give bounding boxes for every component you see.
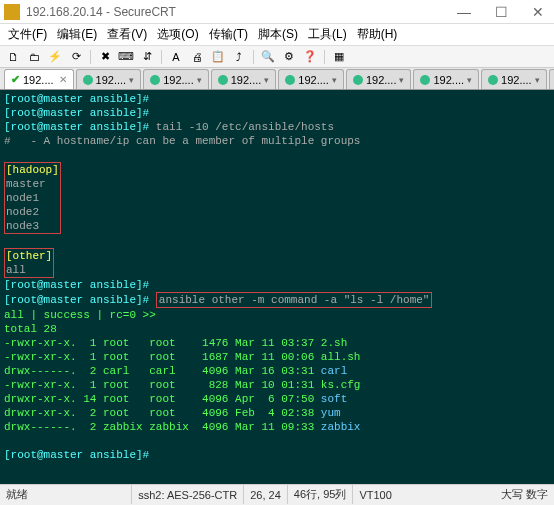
- session-tab-8[interactable]: 192....▾: [549, 69, 554, 89]
- toolbar: 🗋 🗀 ⚡ ⟳ ✖ ⌨ ⇵ A 🖨 📋 ⤴ 🔍 ⚙ ❓ ▦: [0, 46, 554, 68]
- menu-transfer[interactable]: 传输(T): [209, 26, 248, 43]
- session-tab-2[interactable]: 192....▾: [143, 69, 209, 89]
- menu-edit[interactable]: 编辑(E): [57, 26, 97, 43]
- chevron-down-icon[interactable]: ▾: [129, 75, 134, 85]
- settings-icon[interactable]: ⚙: [280, 49, 298, 65]
- find-icon[interactable]: 🔍: [259, 49, 277, 65]
- tabbar: ✔192....✕192....▾192....▾192....▾192....…: [0, 68, 554, 90]
- status-ssh: ssh2: AES-256-CTR: [131, 485, 243, 504]
- status-dot-icon: [83, 75, 93, 85]
- menu-options[interactable]: 选项(O): [157, 26, 198, 43]
- status-ready: 就绪: [6, 487, 28, 502]
- chevron-down-icon[interactable]: ▾: [399, 75, 404, 85]
- separator: [324, 50, 325, 64]
- tab-label: 192....: [231, 74, 262, 86]
- status-size: 46行, 95列: [287, 485, 353, 504]
- titlebar: 192.168.20.14 - SecureCRT — ☐ ✕: [0, 0, 554, 24]
- tab-label: 192....: [501, 74, 532, 86]
- transfer-icon[interactable]: ⇵: [138, 49, 156, 65]
- tab-label: 192....: [433, 74, 464, 86]
- paste-icon[interactable]: ⤴: [230, 49, 248, 65]
- status-dot-icon: [353, 75, 363, 85]
- chevron-down-icon[interactable]: ▾: [467, 75, 472, 85]
- session-tab-6[interactable]: 192....▾: [413, 69, 479, 89]
- tab-close-icon[interactable]: ✕: [59, 74, 67, 85]
- disconnect-icon[interactable]: ✖: [96, 49, 114, 65]
- tab-label: 192....: [163, 74, 194, 86]
- menu-view[interactable]: 查看(V): [107, 26, 147, 43]
- statusbar: 就绪 ssh2: AES-256-CTR 26, 24 46行, 95列 VT1…: [0, 484, 554, 504]
- menu-tools[interactable]: 工具(L): [308, 26, 347, 43]
- separator: [161, 50, 162, 64]
- status-dot-icon: [488, 75, 498, 85]
- font-icon[interactable]: A: [167, 49, 185, 65]
- session-tab-3[interactable]: 192....▾: [211, 69, 277, 89]
- help-icon[interactable]: ❓: [301, 49, 319, 65]
- chevron-down-icon[interactable]: ▾: [332, 75, 337, 85]
- tab-label: 192....: [96, 74, 127, 86]
- check-icon: ✔: [11, 73, 20, 86]
- menu-help[interactable]: 帮助(H): [357, 26, 398, 43]
- separator: [253, 50, 254, 64]
- terminal[interactable]: [root@master ansible]# [root@master ansi…: [0, 90, 554, 484]
- tab-label: 192....: [366, 74, 397, 86]
- clipboard-icon[interactable]: 📋: [209, 49, 227, 65]
- reconnect-icon[interactable]: ⟳: [67, 49, 85, 65]
- menu-file[interactable]: 文件(F): [8, 26, 47, 43]
- session-tab-0[interactable]: ✔192....✕: [4, 69, 74, 89]
- chevron-down-icon[interactable]: ▾: [264, 75, 269, 85]
- window-title: 192.168.20.14 - SecureCRT: [26, 5, 451, 19]
- separator: [90, 50, 91, 64]
- new-icon[interactable]: 🗋: [4, 49, 22, 65]
- status-emulation: VT100: [352, 485, 397, 504]
- tile-icon[interactable]: ▦: [330, 49, 348, 65]
- status-dot-icon: [218, 75, 228, 85]
- session-tab-5[interactable]: 192....▾: [346, 69, 412, 89]
- window-controls: — ☐ ✕: [451, 4, 550, 20]
- status-dot-icon: [420, 75, 430, 85]
- quick-connect-icon[interactable]: ⚡: [46, 49, 64, 65]
- session-tab-7[interactable]: 192....▾: [481, 69, 547, 89]
- close-button[interactable]: ✕: [526, 4, 550, 20]
- maximize-button[interactable]: ☐: [489, 4, 514, 20]
- session-tab-1[interactable]: 192....▾: [76, 69, 142, 89]
- session-tab-4[interactable]: 192....▾: [278, 69, 344, 89]
- open-icon[interactable]: 🗀: [25, 49, 43, 65]
- status-dot-icon: [150, 75, 160, 85]
- print-icon[interactable]: 🖨: [188, 49, 206, 65]
- tab-label: 192....: [298, 74, 329, 86]
- menu-script[interactable]: 脚本(S): [258, 26, 298, 43]
- status-caps-num: 大写 数字: [501, 487, 548, 502]
- status-cursor-pos: 26, 24: [243, 485, 287, 504]
- chevron-down-icon[interactable]: ▾: [535, 75, 540, 85]
- app-icon: [4, 4, 20, 20]
- minimize-button[interactable]: —: [451, 4, 477, 20]
- tab-label: 192....: [23, 74, 54, 86]
- keyboard-icon[interactable]: ⌨: [117, 49, 135, 65]
- status-dot-icon: [285, 75, 295, 85]
- chevron-down-icon[interactable]: ▾: [197, 75, 202, 85]
- menubar: 文件(F) 编辑(E) 查看(V) 选项(O) 传输(T) 脚本(S) 工具(L…: [0, 24, 554, 46]
